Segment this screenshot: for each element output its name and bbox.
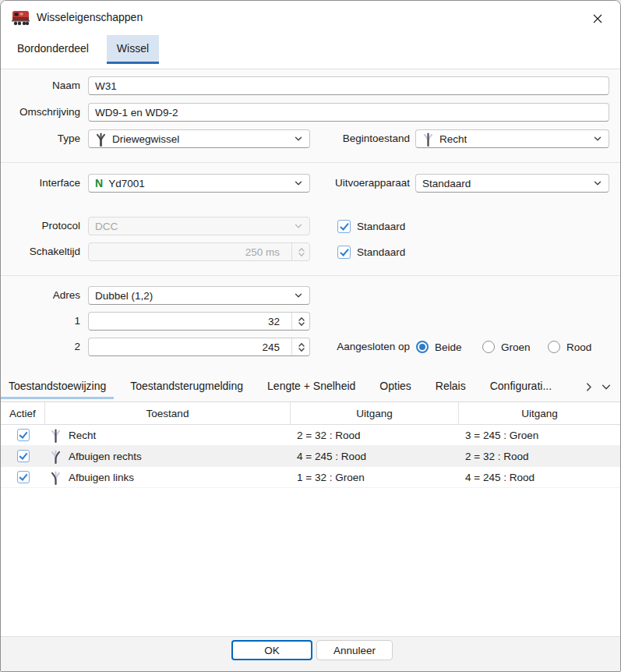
tab-lengte-snelheid[interactable]: Lengte + Snelheid xyxy=(259,376,363,399)
table-row[interactable]: Afbuigen links 1 = 32 : Groen 4 = 245 : … xyxy=(1,467,620,488)
tab-toestandsterugmelding[interactable]: Toestandsterugmelding xyxy=(122,376,251,399)
uitgang1-cell: 2 = 32 : Rood xyxy=(291,430,459,441)
radio-selected-icon xyxy=(416,341,429,353)
begintoestand-select[interactable]: Recht xyxy=(415,129,609,148)
chevron-down-icon xyxy=(294,179,303,188)
close-icon[interactable] xyxy=(585,9,610,29)
omschrijving-input[interactable]: WD9-1 en WD9-2 xyxy=(88,103,609,122)
dialog-header: Wisseleigenschappen Bordonderdeel Wissel xyxy=(1,1,620,69)
three-way-straight-icon xyxy=(50,428,62,443)
row-checkbox-checked-icon[interactable] xyxy=(17,471,30,483)
chevron-down-icon xyxy=(294,221,303,231)
separator xyxy=(1,162,620,163)
window-title: Wisseleigenschappen xyxy=(37,11,143,23)
sub-tab-bar: Toestandstoewijzing Toestandsterugmeldin… xyxy=(1,376,568,399)
naam-input[interactable]: W31 xyxy=(88,76,609,95)
toestand-cell: Afbuigen rechts xyxy=(69,451,142,462)
radio-unselected-icon xyxy=(548,341,560,353)
interface-label: Interface xyxy=(1,174,80,193)
tab-toestandstoewijzing[interactable]: Toestandstoewijzing xyxy=(1,376,114,399)
begintoestand-label: Begintoestand xyxy=(310,129,410,148)
uitgang2-cell: 2 = 32 : Rood xyxy=(459,451,528,462)
tab-bordonderdeel[interactable]: Bordonderdeel xyxy=(7,35,99,64)
row-checkbox-checked-icon[interactable] xyxy=(17,429,30,441)
spinner-updown-icon[interactable] xyxy=(291,313,306,330)
spinner-updown-icon xyxy=(291,243,306,260)
schakeltijd-standaard-checkbox[interactable]: Standaard xyxy=(337,242,405,261)
schakeltijd-spinner: 250 ms xyxy=(88,242,310,261)
radio-rood[interactable]: Rood xyxy=(548,338,591,356)
omschrijving-label: Omschrijving xyxy=(1,103,80,122)
adres1-label: 1 xyxy=(1,312,80,331)
uitvoerapparaat-label: Uitvoerapparaat xyxy=(310,174,410,193)
chevron-down-icon xyxy=(593,134,602,143)
tab-overflow-chevron-down-icon[interactable] xyxy=(601,381,612,395)
adres2-label: 2 xyxy=(1,338,80,356)
adres-select[interactable]: Dubbel (1,2) xyxy=(88,286,310,305)
protocol-label: Protocol xyxy=(1,217,80,235)
type-select[interactable]: Driewegwissel xyxy=(88,129,310,148)
schakeltijd-label: Schakeltijd xyxy=(1,242,80,261)
tab-opties[interactable]: Opties xyxy=(372,376,418,399)
naam-label: Naam xyxy=(1,76,80,95)
protocol-select: DCC xyxy=(88,217,310,235)
table-row[interactable]: Afbuigen rechts 4 = 245 : Rood 2 = 32 : … xyxy=(1,446,620,467)
radio-unselected-icon xyxy=(482,341,495,353)
tab-scroll-right-icon[interactable] xyxy=(584,381,594,395)
chevron-down-icon xyxy=(593,179,602,188)
radio-groen[interactable]: Groen xyxy=(482,338,531,356)
table-row[interactable]: Recht 2 = 32 : Rood 3 = 245 : Groen xyxy=(1,425,620,446)
wissel-properties-dialog: Wisseleigenschappen Bordonderdeel Wissel… xyxy=(0,0,621,672)
header-actief[interactable]: Actief xyxy=(1,402,45,424)
toestand-cell: Afbuigen links xyxy=(69,472,134,483)
main-tab-bar: Bordonderdeel Wissel xyxy=(7,35,167,64)
uitgang1-cell: 4 = 245 : Rood xyxy=(291,451,459,462)
three-way-switch-icon xyxy=(95,132,107,147)
radio-beide[interactable]: Beide xyxy=(416,338,462,356)
three-way-right-icon xyxy=(50,449,62,464)
checkbox-checked-icon xyxy=(337,246,351,259)
dialog-footer: OK Annuleer xyxy=(1,636,620,671)
cancel-button[interactable]: Annuleer xyxy=(316,640,393,660)
adres1-spinner[interactable]: 32 xyxy=(88,312,310,331)
adres-label: Adres xyxy=(1,286,80,305)
type-label: Type xyxy=(1,129,80,148)
three-way-straight-icon xyxy=(422,132,434,147)
header-toestand[interactable]: Toestand xyxy=(45,402,291,424)
interface-n-icon: N xyxy=(95,177,103,189)
aangesloten-op-label: Aangesloten op xyxy=(310,338,410,356)
header-uitgang-1[interactable]: Uitgang xyxy=(291,402,459,424)
three-way-left-icon xyxy=(50,470,62,485)
toestand-cell: Recht xyxy=(69,430,96,441)
uitgang2-cell: 3 = 245 : Groen xyxy=(459,430,538,441)
row-checkbox-checked-icon[interactable] xyxy=(17,450,30,462)
checkbox-checked-icon xyxy=(337,220,351,233)
table-header: Actief Toestand Uitgang Uitgang xyxy=(1,402,620,425)
protocol-standaard-checkbox[interactable]: Standaard xyxy=(337,217,405,235)
tab-wissel[interactable]: Wissel xyxy=(107,35,159,64)
tab-configuratie[interactable]: Configurati... xyxy=(482,376,559,399)
toestand-table: Actief Toestand Uitgang Uitgang Recht 2 … xyxy=(1,401,620,637)
chevron-down-icon xyxy=(294,134,303,143)
uitgang2-cell: 4 = 245 : Rood xyxy=(459,472,535,483)
header-uitgang-2[interactable]: Uitgang xyxy=(459,402,620,424)
spinner-updown-icon[interactable] xyxy=(291,338,306,355)
uitvoerapparaat-select[interactable]: Standaard xyxy=(415,174,609,193)
adres2-spinner[interactable]: 245 xyxy=(88,338,310,356)
separator xyxy=(1,275,620,276)
locomotive-icon xyxy=(11,8,31,31)
tab-relais[interactable]: Relais xyxy=(428,376,474,399)
chevron-down-icon xyxy=(294,291,303,300)
interface-select[interactable]: N Yd7001 xyxy=(88,174,310,193)
uitgang1-cell: 1 = 32 : Groen xyxy=(291,472,459,483)
ok-button[interactable]: OK xyxy=(231,640,312,660)
